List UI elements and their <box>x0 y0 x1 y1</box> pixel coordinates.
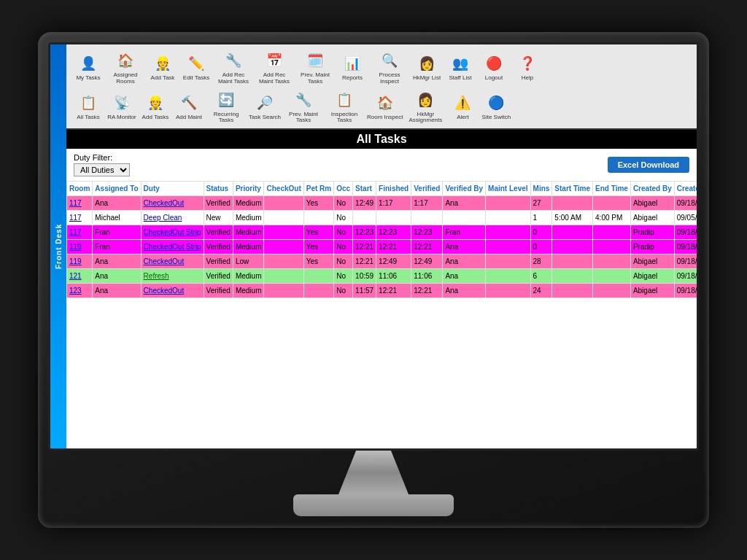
table-cell <box>486 240 530 254</box>
table-cell: 12:21 <box>353 254 376 269</box>
table-cell: 10:59 <box>353 269 376 284</box>
table-cell: 1:17 <box>376 196 411 211</box>
toolbar-recurring-tasks[interactable]: 🔄Recurring Tasks <box>208 88 244 125</box>
col-created-by: Created By <box>630 182 674 196</box>
table-cell: Medium <box>233 225 264 240</box>
table-cell <box>593 284 631 298</box>
table-cell: Medium <box>233 196 264 211</box>
toolbar-all-tasks[interactable]: 📋All Tasks <box>74 91 103 121</box>
monitor-stand <box>48 451 699 531</box>
table-cell: 5:00 AM <box>552 211 593 225</box>
sidebar-label: Front Desk <box>55 224 63 269</box>
toolbar-add-tasks2[interactable]: 👷Add Tasks <box>141 91 170 121</box>
table-cell: Pradip <box>630 240 674 254</box>
table-cell[interactable]: CheckedOut <box>141 284 204 298</box>
toolbar: 👤My Tasks 🏠Assigned Rooms 👷Add Task ✏️Ed… <box>66 44 697 130</box>
table-cell <box>486 225 530 240</box>
toolbar-prev-maint-tasks[interactable]: 🔧Prev. Maint Tasks <box>285 88 322 125</box>
toolbar-staff-list[interactable]: 👥Staff List <box>446 52 475 82</box>
toolbar-row-1: 👤My Tasks 🏠Assigned Rooms 👷Add Task ✏️Ed… <box>74 49 689 85</box>
table-cell: Medium <box>233 284 264 298</box>
table-cell: 27 <box>530 196 552 211</box>
table-cell[interactable]: 119 <box>67 254 93 269</box>
table-cell: Yes <box>303 240 333 254</box>
table-cell: Yes <box>303 196 333 211</box>
table-cell: Verified <box>204 225 233 240</box>
table-cell: Abigael <box>630 254 674 269</box>
stand-base <box>293 494 454 516</box>
table-cell: 11:57 <box>353 284 376 298</box>
toolbar-inspection-tasks[interactable]: 📋Inspection Tasks <box>326 88 363 125</box>
table-cell <box>486 211 530 225</box>
table-cell: Verified <box>204 269 233 284</box>
main-content: 👤My Tasks 🏠Assigned Rooms 👷Add Task ✏️Ed… <box>66 44 697 448</box>
table-cell[interactable]: 117 <box>67 211 93 225</box>
table-cell <box>486 196 530 211</box>
table-cell[interactable]: Deep Clean <box>141 211 204 225</box>
toolbar-task-search[interactable]: 🔎Task Search <box>249 91 281 121</box>
toolbar-add-maint[interactable]: 🔨Add Maint <box>174 91 204 121</box>
toolbar-help[interactable]: ❓Help <box>513 52 542 82</box>
table-cell: Ana <box>443 254 486 269</box>
toolbar-process-inspect[interactable]: 🔍Process Inspect <box>371 49 408 85</box>
table-cell[interactable]: CheckedOut <box>141 196 204 211</box>
table-cell: 11:06 <box>411 269 443 284</box>
table-cell[interactable]: 117 <box>67 196 93 211</box>
table-cell <box>552 240 593 254</box>
table-cell[interactable]: 117 <box>67 225 93 240</box>
toolbar-reports[interactable]: 📊Reports <box>338 52 367 82</box>
table-cell <box>443 211 486 225</box>
table-cell: Ana <box>443 284 486 298</box>
col-create-date: Create Date <box>674 182 697 196</box>
col-occ: Occ <box>334 182 353 196</box>
table-cell: 6 <box>530 269 552 284</box>
table-cell: New <box>204 211 233 225</box>
table-cell <box>552 284 593 298</box>
table-cell <box>593 269 631 284</box>
col-finished: Finished <box>376 182 411 196</box>
table-container: Room Assigned To Duty Status Priority Ch… <box>66 181 697 448</box>
toolbar-add-rec-maint2[interactable]: 📅Add Rec Maint Tasks <box>256 49 293 85</box>
table-cell[interactable]: 121 <box>67 269 93 284</box>
table-cell[interactable]: CheckedOut Strip <box>141 240 204 254</box>
table-cell[interactable]: CheckedOut Strip <box>141 225 204 240</box>
toolbar-add-task[interactable]: 👷Add Task <box>148 52 177 82</box>
toolbar-assigned-rooms[interactable]: 🏠Assigned Rooms <box>107 49 144 85</box>
toolbar-logout[interactable]: 🔴Logout <box>479 52 508 82</box>
table-cell: No <box>334 254 353 269</box>
table-cell: Yes <box>303 254 333 269</box>
table-cell[interactable]: Refresh <box>141 269 204 284</box>
table-cell: Michael <box>93 211 141 225</box>
col-checkout: CheckOut <box>264 182 303 196</box>
table-cell: 12:21 <box>353 240 376 254</box>
toolbar-edit-tasks[interactable]: ✏️Edit Tasks <box>182 52 211 82</box>
excel-download-button[interactable]: Excel Download <box>608 157 689 173</box>
toolbar-add-rec-maint[interactable]: 🔧Add Rec Maint Tasks <box>215 49 252 85</box>
toolbar-prev-maint[interactable]: 🗓️Prev. Maint Tasks <box>297 49 333 85</box>
table-cell[interactable]: 123 <box>67 284 93 298</box>
table-cell <box>593 254 631 269</box>
table-cell: Ana <box>93 254 141 269</box>
table-cell: No <box>334 240 353 254</box>
toolbar-ra-monitor[interactable]: 📡RA Monitor <box>107 91 136 121</box>
table-cell: Fran <box>93 240 141 254</box>
duty-filter-select[interactable]: All Duties <box>74 163 130 176</box>
table-cell: Abigael <box>630 196 674 211</box>
table-cell[interactable]: 119 <box>67 240 93 254</box>
table-cell[interactable]: CheckedOut <box>141 254 204 269</box>
table-cell: Verified <box>204 240 233 254</box>
toolbar-hkmgr-list[interactable]: 👩HkMgr List <box>412 52 441 82</box>
col-status: Status <box>204 182 233 196</box>
toolbar-room-inspect[interactable]: 🏠Room Inspect <box>367 91 403 121</box>
table-cell: 28 <box>530 254 552 269</box>
tasks-table: Room Assigned To Duty Status Priority Ch… <box>66 181 697 298</box>
toolbar-my-tasks[interactable]: 👤My Tasks <box>74 52 103 82</box>
filter-area: Duty Filter: All Duties Excel Download <box>66 149 697 181</box>
toolbar-hkmgr-assignments[interactable]: 👩HkMgr Assignments <box>407 88 444 125</box>
table-cell: 1 <box>530 211 552 225</box>
toolbar-alert[interactable]: ⚠️Alert <box>448 91 477 121</box>
toolbar-site-switch[interactable]: 🔵Site Switch <box>481 91 511 121</box>
table-cell <box>303 269 333 284</box>
col-start: Start <box>353 182 376 196</box>
table-cell: Pradip <box>630 225 674 240</box>
